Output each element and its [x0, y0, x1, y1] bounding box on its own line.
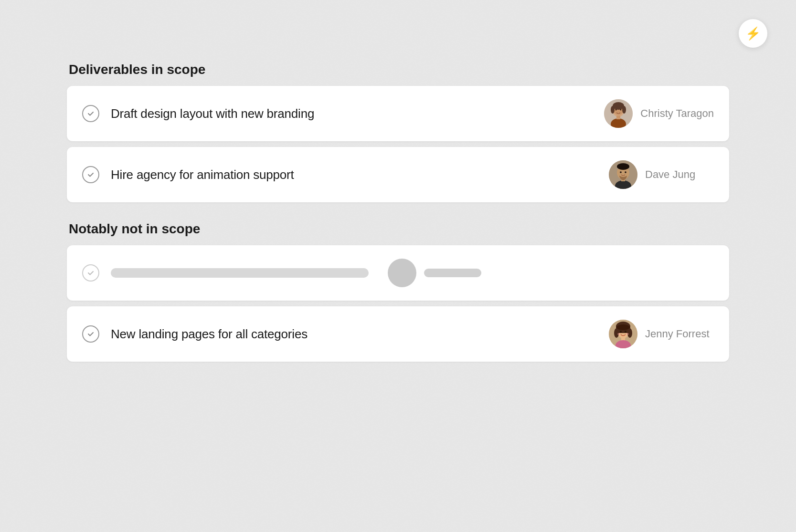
lightning-icon: ⚡ — [745, 26, 761, 41]
list-item[interactable] — [67, 245, 729, 301]
avatar — [609, 320, 637, 348]
svg-point-27 — [625, 331, 626, 333]
section-not-in-scope: Notably not in scope New landing — [67, 221, 729, 362]
svg-point-21 — [616, 324, 630, 330]
avatar-placeholder — [388, 259, 416, 287]
svg-point-15 — [620, 171, 622, 173]
avatar — [604, 99, 633, 128]
list-item[interactable]: New landing pages for all categories — [67, 306, 729, 362]
task-text: New landing pages for all categories — [111, 327, 590, 342]
assignee: Jenny Forrest — [609, 320, 714, 348]
list-item[interactable]: Hire agency for animation support — [67, 147, 729, 202]
assignee-name: Dave Jung — [645, 168, 695, 181]
svg-point-8 — [616, 109, 617, 111]
svg-point-12 — [617, 163, 629, 170]
check-icon — [82, 166, 99, 183]
svg-rect-24 — [621, 337, 625, 341]
svg-point-22 — [614, 328, 619, 338]
section-title-in-scope: Deliverables in scope — [67, 62, 729, 77]
assignee-name: Christy Taragon — [640, 107, 714, 120]
section-title-not-in-scope: Notably not in scope — [67, 221, 729, 237]
svg-point-23 — [627, 328, 632, 338]
main-content: Deliverables in scope Draft design layou… — [67, 62, 729, 381]
svg-point-26 — [620, 331, 622, 333]
check-icon — [82, 325, 99, 343]
section-in-scope: Deliverables in scope Draft design layou… — [67, 62, 729, 202]
svg-point-16 — [625, 171, 626, 173]
svg-point-9 — [620, 109, 622, 111]
task-text: Draft design layout with new branding — [111, 106, 585, 121]
check-icon — [82, 105, 99, 122]
check-icon — [82, 264, 99, 282]
list-item[interactable]: Draft design layout with new branding — [67, 86, 729, 141]
assignee — [388, 259, 493, 287]
svg-point-29 — [626, 333, 629, 335]
task-text-placeholder — [111, 268, 369, 278]
lightning-button[interactable]: ⚡ — [739, 19, 767, 48]
assignee-name-placeholder — [424, 269, 481, 277]
assignee: Christy Taragon — [604, 99, 714, 128]
svg-point-4 — [611, 106, 615, 114]
svg-point-5 — [622, 106, 626, 114]
svg-point-28 — [617, 333, 620, 335]
assignee-name: Jenny Forrest — [645, 328, 710, 340]
avatar — [609, 160, 637, 189]
task-text: Hire agency for animation support — [111, 167, 590, 182]
svg-rect-7 — [616, 115, 620, 119]
assignee: Dave Jung — [609, 160, 714, 189]
